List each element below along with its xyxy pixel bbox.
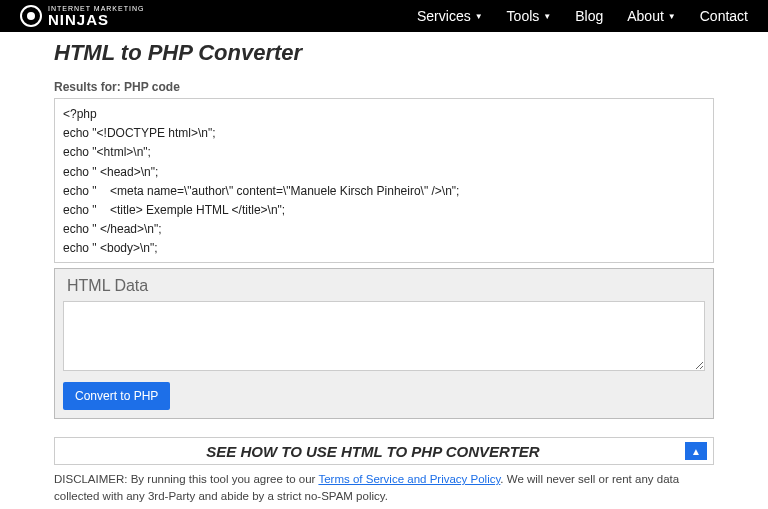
nav-about[interactable]: About▼ bbox=[627, 8, 676, 24]
main-content: HTML to PHP Converter Results for: PHP c… bbox=[54, 32, 714, 509]
nav-tools[interactable]: Tools▼ bbox=[507, 8, 552, 24]
html-data-input[interactable] bbox=[63, 301, 705, 371]
howto-accordion[interactable]: SEE HOW TO USE HTML TO PHP CONVERTER ▲ bbox=[54, 437, 714, 465]
nav-tools-label: Tools bbox=[507, 8, 540, 24]
page-title: HTML to PHP Converter bbox=[54, 40, 714, 66]
top-navbar: INTERNET MARKETING NINJAS Services▼ Tool… bbox=[0, 0, 768, 32]
brand-logo[interactable]: INTERNET MARKETING NINJAS bbox=[20, 5, 144, 27]
main-nav: Services▼ Tools▼ Blog About▼ Contact bbox=[417, 8, 748, 24]
tos-privacy-link[interactable]: Terms of Service and Privacy Policy bbox=[318, 473, 500, 485]
nav-services[interactable]: Services▼ bbox=[417, 8, 483, 24]
nav-contact[interactable]: Contact bbox=[700, 8, 748, 24]
convert-button[interactable]: Convert to PHP bbox=[63, 382, 170, 410]
chevron-down-icon: ▼ bbox=[543, 12, 551, 21]
ninja-icon bbox=[20, 5, 42, 27]
chevron-down-icon: ▼ bbox=[475, 12, 483, 21]
triangle-up-icon[interactable]: ▲ bbox=[685, 442, 707, 460]
chevron-down-icon: ▼ bbox=[668, 12, 676, 21]
brand-line2: NINJAS bbox=[48, 12, 144, 27]
nav-contact-label: Contact bbox=[700, 8, 748, 24]
nav-about-label: About bbox=[627, 8, 664, 24]
results-label: Results for: PHP code bbox=[54, 80, 714, 94]
html-data-label: HTML Data bbox=[67, 277, 705, 295]
disclaimer-text: DISCLAIMER: By running this tool you agr… bbox=[54, 471, 714, 506]
nav-blog-label: Blog bbox=[575, 8, 603, 24]
brand-text: INTERNET MARKETING NINJAS bbox=[48, 5, 144, 27]
php-output-textarea[interactable] bbox=[54, 98, 714, 263]
html-data-panel: HTML Data Convert to PHP bbox=[54, 268, 714, 419]
howto-title: SEE HOW TO USE HTML TO PHP CONVERTER bbox=[61, 443, 685, 460]
nav-blog[interactable]: Blog bbox=[575, 8, 603, 24]
nav-services-label: Services bbox=[417, 8, 471, 24]
disclaimer-prefix: DISCLAIMER: By running this tool you agr… bbox=[54, 473, 318, 485]
